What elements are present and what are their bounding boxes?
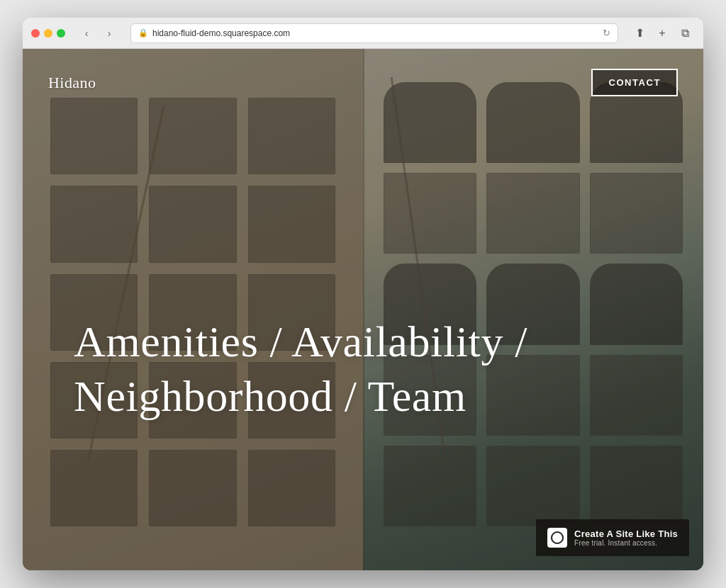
reload-icon[interactable]: ↻ [603, 28, 610, 38]
hero-text: Amenities / Availability / Neighborhood … [74, 315, 652, 424]
website-content: Hidano CONTACT Amenities / Availability … [23, 49, 703, 570]
hero-line-1: Amenities / Availability / [74, 317, 527, 366]
hero-headline: Amenities / Availability / Neighborhood … [74, 315, 652, 424]
building-divider [363, 49, 364, 570]
browser-nav: ‹ › [77, 23, 119, 43]
maximize-button[interactable] [57, 29, 65, 38]
url-text: hidano-fluid-demo.squarespace.com [152, 28, 290, 38]
browser-chrome: ‹ › 🔒 hidano-fluid-demo.squarespace.com … [23, 18, 703, 49]
address-bar[interactable]: 🔒 hidano-fluid-demo.squarespace.com ↻ [130, 23, 618, 43]
site-logo[interactable]: Hidano [48, 74, 96, 92]
add-tab-button[interactable]: + [652, 23, 672, 43]
browser-actions: ⬆ + ⧉ [630, 23, 695, 43]
forward-button[interactable]: › [99, 23, 119, 43]
share-button[interactable]: ⬆ [630, 23, 649, 43]
duplicate-button[interactable]: ⧉ [675, 23, 695, 43]
back-button[interactable]: ‹ [77, 23, 96, 43]
badge-text: Create A Site Like This Free trial. Inst… [574, 528, 678, 547]
squarespace-logo-circle [551, 531, 564, 544]
badge-sub: Free trial. Instant access. [574, 539, 678, 547]
traffic-lights [31, 29, 65, 38]
lock-icon: 🔒 [138, 28, 148, 38]
site-navigation: Hidano CONTACT [23, 49, 703, 116]
close-button[interactable] [31, 29, 40, 38]
contact-button[interactable]: CONTACT [591, 69, 678, 96]
squarespace-logo-icon [547, 528, 567, 548]
badge-cta: Create A Site Like This [574, 528, 678, 539]
browser-window: ‹ › 🔒 hidano-fluid-demo.squarespace.com … [23, 18, 703, 570]
hero-line-2: Neighborhood / Team [74, 372, 467, 420]
minimize-button[interactable] [44, 29, 52, 38]
squarespace-badge[interactable]: Create A Site Like This Free trial. Inst… [536, 519, 689, 556]
